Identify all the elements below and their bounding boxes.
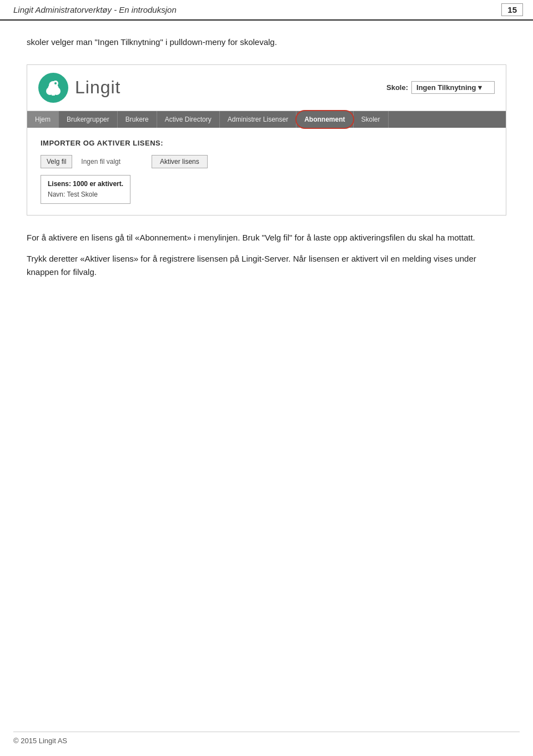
logo-circle <box>38 73 68 103</box>
intro-text: skoler velger man "Ingen Tilknytning" i … <box>27 36 506 49</box>
tree-icon <box>43 78 63 98</box>
app-nav: Hjem Brukergrupper Brukere Active Direct… <box>27 111 506 128</box>
school-selector: Skole: Ingen Tilknytning ▾ <box>386 81 495 94</box>
school-value: Ingen Tilknytning ▾ <box>416 83 482 92</box>
nav-item-skoler[interactable]: Skoler <box>354 111 389 128</box>
license-info-box: Lisens: 1000 er aktivert. Navn: Test Sko… <box>41 175 130 204</box>
body-para-2: Trykk deretter «Aktiver lisens» for å re… <box>27 252 506 279</box>
nav-item-active-directory[interactable]: Active Directory <box>157 111 220 128</box>
section-title: Importer og aktiver lisens: <box>41 139 492 147</box>
page-content: skoler velger man "Ingen Tilknytning" i … <box>0 21 533 313</box>
nav-item-administrer-lisenser[interactable]: Administrer Lisenser <box>220 111 296 128</box>
app-header: Lingit Skole: Ingen Tilknytning ▾ <box>27 65 506 111</box>
name-line: Navn: Test Skole <box>48 189 123 200</box>
choose-file-button[interactable]: Velg fil <box>41 155 72 168</box>
nav-item-brukere[interactable]: Brukere <box>118 111 157 128</box>
school-label: Skole: <box>386 83 408 92</box>
app-screenshot: Lingit Skole: Ingen Tilknytning ▾ Hjem B… <box>27 64 506 216</box>
footer-text: © 2015 Lingit AS <box>13 737 67 745</box>
license-line: Lisens: 1000 er aktivert. <box>48 179 123 189</box>
app-name: Lingit <box>75 77 121 98</box>
page-number: 15 <box>501 3 523 16</box>
app-logo: Lingit <box>38 73 121 103</box>
page-header: Lingit Administratorverktøy - En introdu… <box>0 0 533 21</box>
file-row: Velg fil Ingen fil valgt Aktiver lisens <box>41 155 492 168</box>
page-footer: © 2015 Lingit AS <box>13 732 520 745</box>
svg-point-6 <box>54 82 57 84</box>
app-body: Importer og aktiver lisens: Velg fil Ing… <box>27 128 506 215</box>
nav-item-brukergrupper[interactable]: Brukergrupper <box>59 111 118 128</box>
school-dropdown[interactable]: Ingen Tilknytning ▾ <box>411 81 495 94</box>
no-file-label: Ingen fil valgt <box>81 158 120 166</box>
document-title: Lingit Administratorverktøy - En introdu… <box>13 5 177 14</box>
activate-license-button[interactable]: Aktiver lisens <box>152 155 208 168</box>
nav-item-abonnement[interactable]: Abonnement <box>296 111 353 128</box>
body-para-1: For å aktivere en lisens gå til «Abonnem… <box>27 231 506 244</box>
nav-item-hjem[interactable]: Hjem <box>27 111 59 128</box>
